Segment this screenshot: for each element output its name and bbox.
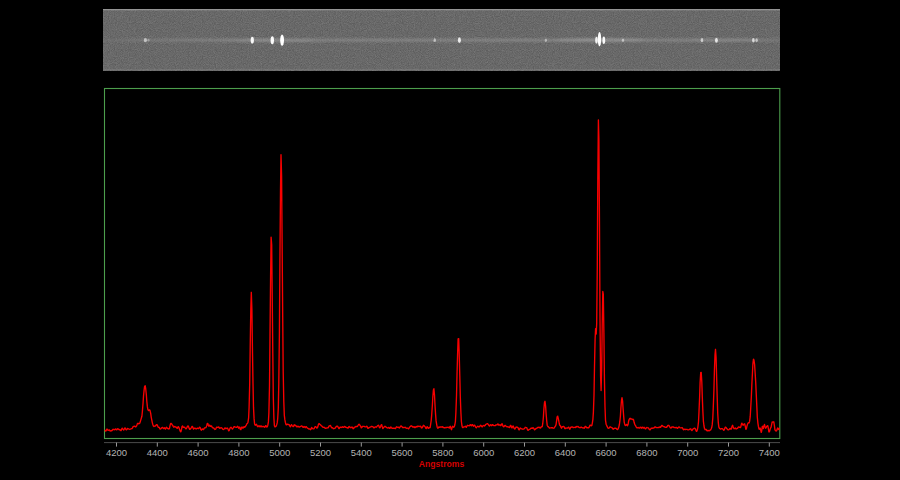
svg-text:7200: 7200: [718, 447, 739, 458]
svg-text:5200: 5200: [310, 447, 331, 458]
svg-text:4600: 4600: [188, 447, 209, 458]
svg-text:7400: 7400: [759, 447, 780, 458]
svg-text:6800: 6800: [636, 447, 657, 458]
svg-text:4200: 4200: [106, 447, 127, 458]
svg-text:4800: 4800: [228, 447, 249, 458]
svg-text:7000: 7000: [677, 447, 698, 458]
svg-text:6000: 6000: [473, 447, 494, 458]
svg-text:6200: 6200: [514, 447, 535, 458]
svg-text:5600: 5600: [392, 447, 413, 458]
svg-text:5800: 5800: [432, 447, 453, 458]
svg-text:Angstroms: Angstroms: [419, 459, 465, 469]
svg-text:4400: 4400: [147, 447, 168, 458]
svg-text:5400: 5400: [351, 447, 372, 458]
svg-text:6400: 6400: [555, 447, 576, 458]
svg-text:5000: 5000: [269, 447, 290, 458]
svg-text:6600: 6600: [596, 447, 617, 458]
